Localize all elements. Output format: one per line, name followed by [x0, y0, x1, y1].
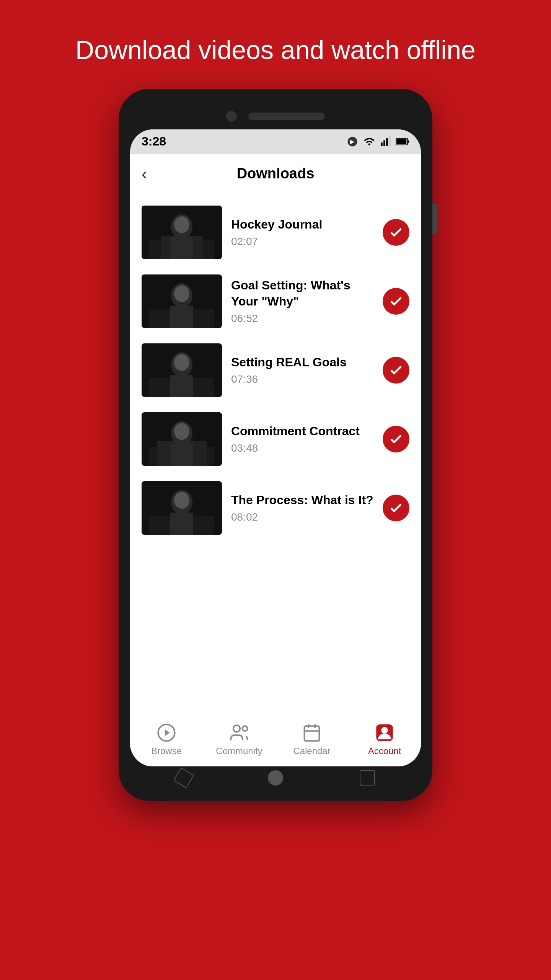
- nav-item-account[interactable]: Account: [348, 713, 421, 766]
- status-bar: 3:28 ▶: [130, 129, 421, 154]
- svg-rect-2: [381, 142, 383, 146]
- svg-point-14: [174, 216, 189, 233]
- page-title: Download videos and watch offline: [45, 34, 506, 66]
- video-title: The Process: What is It?: [231, 492, 373, 508]
- list-item[interactable]: Setting REAL Goals 07:36: [130, 336, 421, 405]
- downloaded-check-icon: [383, 288, 409, 315]
- downloaded-check-icon: [383, 219, 409, 246]
- video-duration: 06:52: [231, 312, 373, 325]
- svg-point-19: [174, 285, 189, 302]
- svg-rect-8: [396, 139, 406, 144]
- svg-rect-23: [170, 375, 193, 397]
- nav-label-account: Account: [368, 746, 401, 756]
- svg-point-38: [233, 725, 240, 732]
- video-duration: 08:02: [231, 511, 373, 523]
- svg-point-45: [381, 727, 388, 733]
- video-info: Goal Setting: What's Your "Why" 06:52: [231, 278, 373, 325]
- svg-point-30: [174, 423, 189, 440]
- status-time: 3:28: [142, 134, 166, 149]
- video-info: Hockey Journal 02:07: [231, 217, 373, 248]
- app-header: ‹ Downloads: [130, 154, 421, 194]
- video-duration: 03:48: [231, 442, 373, 454]
- svg-text:▶: ▶: [350, 138, 355, 145]
- battery-icon: [396, 136, 409, 147]
- account-icon: [375, 723, 395, 743]
- svg-rect-34: [170, 513, 193, 535]
- side-button: [432, 204, 437, 234]
- video-info: The Process: What is It? 08:02: [231, 492, 373, 524]
- list-item[interactable]: The Process: What is It? 08:02: [130, 474, 421, 542]
- nav-item-calendar[interactable]: Calendar: [276, 713, 348, 766]
- svg-point-24: [174, 354, 189, 371]
- nav-label-calendar: Calendar: [293, 746, 330, 756]
- list-item[interactable]: Goal Setting: What's Your "Why" 06:52: [130, 267, 421, 336]
- video-title: Hockey Journal: [231, 217, 373, 233]
- app-screen: ‹ Downloads: [130, 154, 421, 766]
- recents-gesture: [360, 770, 375, 786]
- back-button[interactable]: ‹: [142, 165, 147, 182]
- header-title: Downloads: [237, 165, 315, 182]
- video-duration: 02:07: [231, 235, 373, 248]
- phone-shell: 3:28 ▶: [119, 89, 432, 801]
- video-title: Setting REAL Goals: [231, 354, 373, 371]
- wifi-icon: [363, 136, 376, 147]
- list-item[interactable]: Commitment Contract 03:48: [130, 405, 421, 474]
- svg-rect-29: [170, 444, 193, 466]
- bottom-nav: Browse Community: [130, 713, 421, 766]
- svg-rect-18: [170, 306, 193, 328]
- svg-rect-13: [170, 237, 193, 259]
- browse-icon: [156, 723, 176, 743]
- downloaded-check-icon: [383, 426, 409, 452]
- signal-icon: [380, 136, 391, 147]
- video-thumbnail: [142, 343, 222, 397]
- video-info: Commitment Contract 03:48: [231, 423, 373, 455]
- nav-item-browse[interactable]: Browse: [130, 713, 203, 766]
- video-thumbnail: [142, 274, 222, 328]
- community-icon: [229, 723, 249, 743]
- nav-label-browse: Browse: [151, 746, 182, 756]
- svg-rect-40: [305, 726, 320, 741]
- downloaded-check-icon: [383, 495, 409, 521]
- video-title: Goal Setting: What's Your "Why": [231, 278, 373, 309]
- svg-rect-4: [386, 138, 388, 146]
- video-thumbnail: [142, 412, 222, 466]
- camera: [226, 111, 237, 122]
- phone-inner: 3:28 ▶: [130, 129, 421, 766]
- phone-top-bar: [130, 100, 421, 129]
- gesture-bar: [130, 766, 421, 789]
- downloaded-check-icon: [383, 357, 409, 384]
- video-info: Setting REAL Goals 07:36: [231, 354, 373, 386]
- back-gesture: [173, 767, 194, 788]
- nav-label-community: Community: [216, 746, 262, 756]
- video-thumbnail: [142, 206, 222, 259]
- media-icon: ▶: [347, 136, 358, 147]
- status-icons: ▶: [347, 136, 409, 147]
- svg-marker-37: [165, 729, 170, 736]
- home-gesture: [268, 770, 283, 786]
- svg-point-35: [174, 492, 189, 509]
- list-item[interactable]: Hockey Journal 02:07: [130, 198, 421, 267]
- calendar-icon: [302, 723, 322, 743]
- video-duration: 07:36: [231, 373, 373, 385]
- svg-point-39: [243, 726, 248, 731]
- speaker: [248, 113, 325, 120]
- nav-item-community[interactable]: Community: [203, 713, 276, 766]
- svg-rect-7: [408, 140, 409, 143]
- video-title: Commitment Contract: [231, 423, 373, 439]
- video-thumbnail: [142, 481, 222, 535]
- svg-rect-5: [389, 136, 391, 146]
- svg-rect-3: [383, 140, 385, 146]
- video-list: Hockey Journal 02:07: [130, 194, 421, 713]
